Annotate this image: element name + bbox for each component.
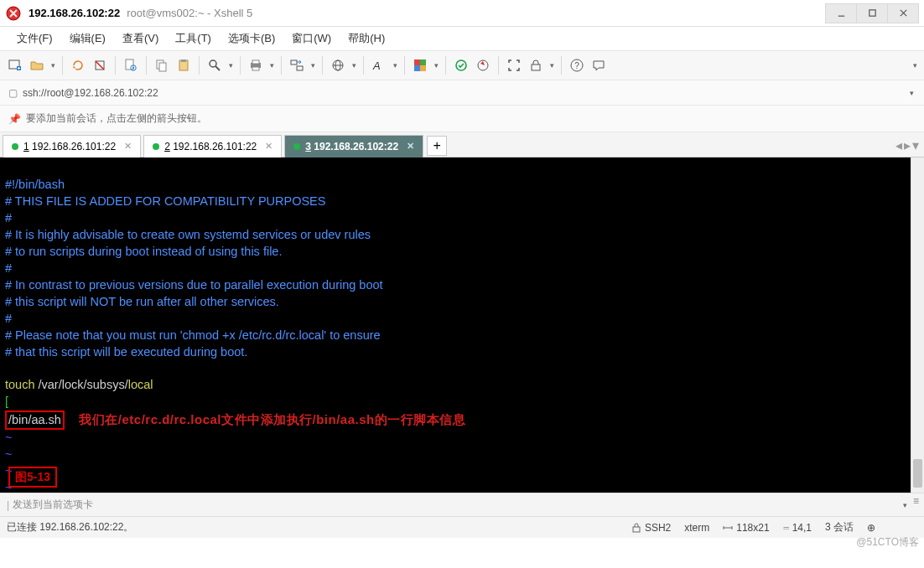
window-title-sub: root@vms002:~ - Xshell 5 [127, 7, 252, 19]
color-scheme-icon[interactable] [410, 55, 430, 75]
toolbar-overflow-icon[interactable]: ▾ [911, 55, 919, 75]
app-icon [5, 5, 22, 22]
status-extra-icon[interactable]: ⊕ [867, 522, 875, 534]
term-line: #!/bin/bash [5, 178, 65, 191]
font-icon[interactable]: A [369, 55, 389, 75]
about-icon[interactable] [589, 55, 609, 75]
svg-rect-24 [297, 66, 303, 70]
watermark: @51CTO博客 [856, 535, 919, 550]
minimize-button[interactable] [825, 3, 857, 23]
tab-bar: 1 192.168.26.101:22 ✕ 2 192.168.26.101:2… [0, 132, 924, 157]
close-button[interactable] [887, 3, 919, 23]
lock-dropdown-icon[interactable]: ▾ [548, 55, 556, 75]
status-proto: SSH2 [631, 522, 671, 534]
tab-label: 192.168.26.102:22 [314, 141, 398, 152]
transfer-dropdown-icon[interactable]: ▾ [309, 55, 317, 75]
figure-label: 图5-13 [8, 467, 57, 488]
term-touch-last: local [128, 378, 153, 391]
term-script: /bin/aa.sh [8, 413, 61, 426]
menu-edit[interactable]: 编辑(E) [61, 28, 114, 49]
compass-icon[interactable] [473, 55, 493, 75]
session-tab-3[interactable]: 3 192.168.26.102:22 ✕ [284, 135, 423, 157]
input-history-icon[interactable]: ▾ [901, 495, 910, 515]
tab-close-icon[interactable]: ✕ [407, 141, 414, 152]
command-input-bar[interactable]: | 发送到当前选项卡 ▾ ≡ [0, 493, 924, 516]
browser-icon[interactable] [328, 55, 348, 75]
tab-next-icon[interactable]: ▸ [904, 137, 911, 153]
pin-icon[interactable]: 📌 [8, 113, 21, 125]
title-bar: 192.168.26.102:22 root@vms002:~ - Xshell… [0, 0, 924, 27]
svg-rect-32 [420, 65, 426, 71]
terminal-scrollbar[interactable] [911, 157, 924, 493]
term-line: # [5, 211, 12, 225]
status-dot-icon [153, 143, 159, 150]
scrollbar-thumb[interactable] [913, 459, 922, 488]
tab-number: 2 [164, 141, 170, 152]
print-icon[interactable] [246, 55, 266, 75]
session-tab-1[interactable]: 1 192.168.26.101:22 ✕ [3, 135, 141, 157]
term-tilde: ~ [5, 447, 12, 461]
session-tab-2[interactable]: 2 192.168.26.101:22 ✕ [143, 135, 282, 157]
menu-file[interactable]: 文件(F) [8, 28, 61, 49]
fullscreen-icon[interactable] [504, 55, 524, 75]
lock-icon[interactable] [526, 55, 546, 75]
disconnect-icon[interactable] [90, 55, 110, 75]
svg-rect-11 [126, 59, 133, 70]
menu-view[interactable]: 查看(V) [114, 28, 167, 49]
svg-rect-29 [414, 59, 420, 65]
highlighted-script-path: /bin/aa.sh [5, 411, 65, 430]
svg-rect-38 [633, 527, 640, 532]
transfer-icon[interactable] [287, 55, 307, 75]
status-term: xterm [684, 522, 709, 534]
input-prefix: | [7, 499, 9, 511]
tab-prev-icon[interactable]: ◂ [895, 137, 902, 153]
input-menu-icon[interactable]: ≡ [913, 495, 919, 515]
open-icon[interactable] [27, 55, 47, 75]
status-dot-icon [293, 143, 300, 150]
menu-help[interactable]: 帮助(H) [340, 28, 393, 49]
open-dropdown-icon[interactable]: ▾ [49, 55, 57, 75]
bookmark-icon[interactable]: ▢ [8, 87, 18, 99]
address-bar: ▢ ssh://root@192.168.26.102:22 ▾ [0, 80, 924, 106]
terminal[interactable]: #!/bin/bash # THIS FILE IS ADDED FOR COM… [0, 157, 911, 493]
new-session-icon[interactable] [5, 55, 25, 75]
browser-dropdown-icon[interactable]: ▾ [350, 55, 358, 75]
properties-icon[interactable] [121, 55, 141, 75]
reconnect-icon[interactable] [68, 55, 88, 75]
svg-line-19 [215, 66, 220, 70]
svg-rect-21 [252, 60, 259, 64]
tab-close-icon[interactable]: ✕ [124, 141, 132, 152]
terminal-area: #!/bin/bash # THIS FILE IS ADDED FOR COM… [0, 157, 924, 493]
tab-close-icon[interactable]: ✕ [265, 141, 273, 152]
menu-window[interactable]: 窗口(W) [283, 28, 340, 49]
svg-rect-15 [159, 63, 166, 71]
tab-label: 192.168.26.101:22 [173, 141, 257, 152]
find-dropdown-icon[interactable]: ▾ [226, 55, 235, 75]
address-dropdown-icon[interactable]: ▾ [907, 83, 916, 103]
term-tilde: ~ [5, 431, 12, 444]
address-url[interactable]: ssh://root@192.168.26.102:22 [23, 87, 158, 99]
svg-point-13 [132, 67, 134, 69]
tab-number: 1 [23, 141, 29, 152]
log-icon[interactable] [451, 55, 471, 75]
svg-rect-31 [414, 65, 420, 71]
tab-number: 3 [305, 141, 311, 152]
color-dropdown-icon[interactable]: ▾ [432, 55, 440, 75]
print-dropdown-icon[interactable]: ▾ [267, 55, 276, 75]
copy-icon[interactable] [152, 55, 172, 75]
tab-list-icon[interactable]: ▾ [912, 137, 919, 153]
font-dropdown-icon[interactable]: ▾ [391, 55, 399, 75]
paste-icon[interactable] [174, 55, 194, 75]
maximize-button[interactable] [856, 3, 888, 23]
help-icon[interactable]: ? [567, 55, 587, 75]
term-line: # It is highly advisable to create own s… [5, 228, 371, 241]
find-icon[interactable] [205, 55, 225, 75]
svg-point-18 [210, 60, 216, 67]
term-line: # THIS FILE IS ADDED FOR COMPATIBILITY P… [5, 194, 325, 208]
new-tab-button[interactable]: + [427, 136, 447, 156]
svg-rect-17 [181, 59, 186, 62]
menu-tools[interactable]: 工具(T) [167, 28, 220, 49]
term-cursor: [ [5, 395, 8, 408]
menu-tabs[interactable]: 选项卡(B) [220, 28, 283, 49]
term-touch-arg: /var/lock/subsys/ [34, 378, 127, 391]
